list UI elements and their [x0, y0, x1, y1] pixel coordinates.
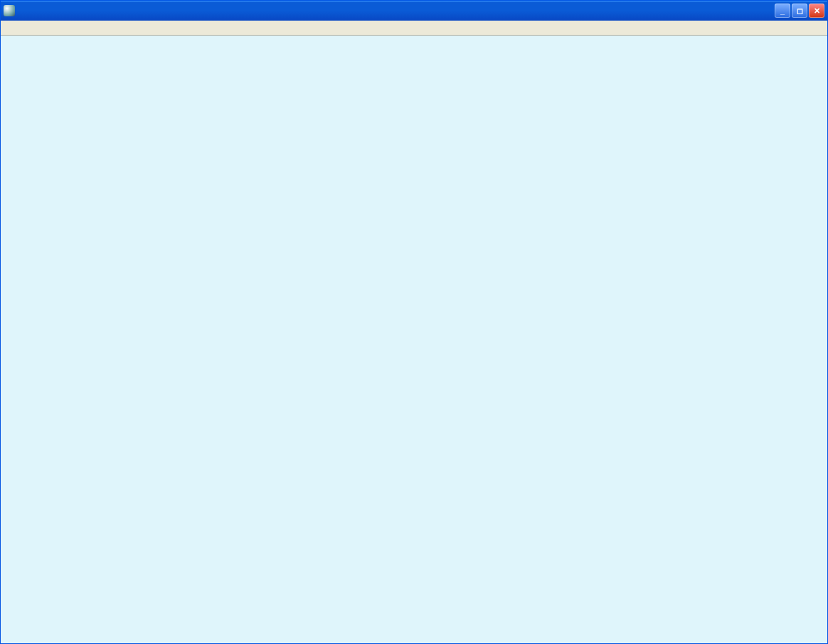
minimize-button[interactable]: _	[775, 4, 790, 18]
client-area	[1, 36, 827, 643]
close-button[interactable]: ✕	[809, 4, 824, 18]
menubar	[1, 21, 827, 36]
app-window: _ ◻ ✕	[0, 0, 828, 644]
maximize-button[interactable]: ◻	[792, 4, 807, 18]
titlebar[interactable]: _ ◻ ✕	[1, 1, 827, 21]
synastry-chart	[1, 36, 828, 644]
app-icon	[4, 5, 15, 16]
